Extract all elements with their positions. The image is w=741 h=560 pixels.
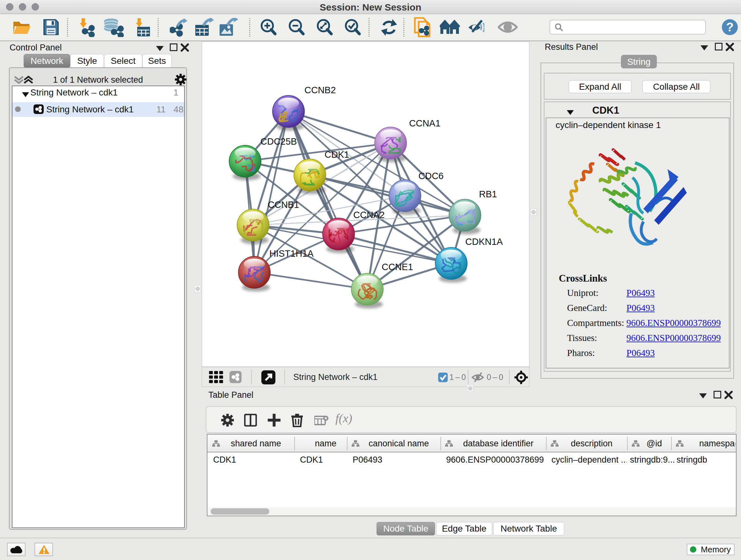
svg-text:CCNA1: CCNA1 (409, 118, 441, 128)
svg-text:CDC25B: CDC25B (260, 136, 297, 146)
svg-text:CCNB1: CCNB1 (268, 199, 299, 210)
svg-text:HIST1H1A: HIST1H1A (269, 248, 314, 259)
svg-text:RB1: RB1 (479, 189, 497, 199)
svg-text:CDKN1A: CDKN1A (465, 237, 503, 247)
svg-text:CCNB2: CCNB2 (305, 85, 336, 95)
svg-text:CDC6: CDC6 (418, 171, 444, 181)
svg-text:CDK1: CDK1 (325, 149, 349, 160)
svg-text:CCNE1: CCNE1 (382, 262, 413, 272)
svg-text:CCNA2: CCNA2 (353, 210, 385, 220)
